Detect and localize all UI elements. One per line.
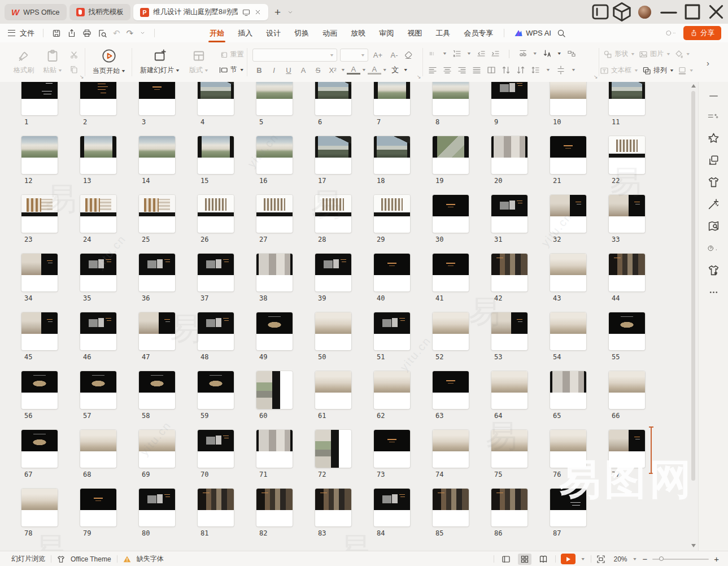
wps-ai-button[interactable]: WPS AI (508, 29, 557, 38)
present-mode-icon[interactable] (242, 8, 251, 17)
sidebar-toggle-icon[interactable] (590, 0, 611, 24)
distribute-text-icon[interactable] (487, 66, 496, 75)
slide-thumbnail[interactable]: 42 (491, 254, 528, 291)
export-icon[interactable] (67, 29, 76, 38)
phonetic-guide-button[interactable]: 文 (389, 65, 402, 75)
slide-thumbnail[interactable]: 62 (374, 371, 410, 409)
slide-thumbnail[interactable]: 28 (315, 195, 351, 233)
slide-thumbnail[interactable]: 41 (433, 254, 469, 291)
slide-thumbnail[interactable]: 46 (80, 312, 116, 350)
mapsearch-icon[interactable] (708, 220, 720, 232)
slide-sorter-canvas[interactable]: 1234567891011121314151617181920212223242… (0, 82, 698, 551)
scrollbar-thumb[interactable] (691, 91, 695, 481)
tab-member[interactable]: 会员专享 (457, 24, 500, 42)
char-spacing-button[interactable]: A (297, 66, 310, 75)
share-button[interactable]: 分享 (683, 26, 721, 40)
slide-thumbnail[interactable]: 15 (198, 136, 234, 174)
zoom-slider[interactable] (652, 559, 709, 560)
slide-thumbnail[interactable]: 38 (256, 254, 293, 291)
copy-icon[interactable] (69, 65, 79, 74)
slide-sorter-view-button[interactable] (518, 554, 531, 565)
slide-thumbnail[interactable]: 58 (139, 371, 175, 409)
bullet-list-icon[interactable] (428, 49, 437, 58)
slide-thumbnail[interactable]: 64 (491, 371, 528, 409)
slide-thumbnail[interactable]: 13 (80, 136, 116, 174)
quickbar-chevron-icon[interactable] (140, 30, 146, 36)
missing-font-label[interactable]: 缺失字体 (137, 554, 164, 564)
slide-thumbnail[interactable]: 10 (550, 82, 586, 115)
slide-thumbnail[interactable]: 34 (21, 254, 58, 291)
normal-view-button[interactable] (499, 554, 513, 565)
slide-thumbnail[interactable]: 27 (256, 195, 293, 233)
play-from-current-button[interactable]: 当页开始▼ (88, 42, 130, 82)
slide-thumbnail[interactable]: 83 (315, 489, 351, 526)
shirt-icon[interactable] (708, 176, 720, 188)
reading-view-button[interactable] (537, 554, 550, 565)
bold-button[interactable]: B (252, 66, 266, 75)
slide-thumbnail[interactable]: 59 (198, 371, 234, 409)
slide-thumbnail[interactable]: 6 (315, 82, 351, 115)
document-tab[interactable]: P 维几设计 湖山庭别墅8#别墅设 (133, 4, 268, 20)
underline-button[interactable]: U (282, 66, 295, 75)
vertical-text-icon[interactable] (543, 49, 552, 58)
font-name-select[interactable]: ▼ (252, 49, 337, 62)
slide-thumbnail[interactable]: 24 (80, 195, 116, 233)
slide-thumbnail[interactable]: 76 (550, 430, 586, 468)
theme-name[interactable]: Office Theme (71, 555, 111, 563)
slide-thumbnail[interactable]: 77 (609, 430, 645, 468)
help-icon[interactable] (708, 242, 720, 254)
slide-thumbnail[interactable]: 3 (139, 82, 175, 115)
slide-thumbnail[interactable]: 26 (198, 195, 234, 233)
slide-thumbnail[interactable]: 50 (315, 312, 351, 350)
slide-thumbnail[interactable]: 78 (21, 489, 58, 526)
tab-home[interactable]: 开始 (203, 24, 231, 42)
slide-thumbnail[interactable]: 55 (609, 312, 645, 350)
slide-thumbnail[interactable]: 54 (550, 312, 586, 350)
shapes-button[interactable]: 形状▼ (603, 49, 635, 59)
cut-icon[interactable] (69, 50, 79, 59)
scroll-down-icon[interactable] (691, 544, 696, 547)
textbox-button[interactable]: 文本框▼ (600, 66, 639, 75)
app-tab-wps-home[interactable]: W WPS Office (5, 4, 67, 20)
zoom-out-button[interactable]: − (642, 554, 647, 564)
search-icon[interactable] (557, 29, 566, 38)
slide-thumbnail[interactable]: 14 (139, 136, 175, 174)
cloud-sync-icon[interactable] (666, 28, 677, 38)
minimize-button[interactable] (657, 0, 681, 24)
slide-thumbnail[interactable]: 37 (198, 254, 234, 291)
avatar[interactable] (638, 6, 651, 19)
paste-button[interactable]: 粘贴▼ (38, 42, 67, 82)
sliders-icon[interactable] (708, 110, 720, 122)
slide-thumbnail[interactable]: 87 (550, 489, 586, 526)
slide-thumbnail[interactable]: 45 (21, 312, 58, 350)
slide-thumbnail[interactable]: 56 (21, 371, 58, 409)
slide-thumbnail[interactable]: 20 (491, 136, 528, 174)
slide-thumbnail[interactable]: 47 (139, 312, 175, 350)
sidebar-collapse-handle[interactable] (709, 95, 718, 97)
slide-thumbnail[interactable]: 75 (491, 430, 528, 468)
line-spacing-icon[interactable] (531, 66, 540, 75)
numbered-list-icon[interactable] (452, 49, 461, 58)
slide-thumbnail[interactable]: 49 (256, 312, 293, 350)
tab-slideshow[interactable]: 放映 (344, 24, 372, 42)
picture-button[interactable]: 图片▼ (639, 49, 671, 59)
format-painter-button[interactable]: 格式刷 (9, 42, 38, 82)
reset-button[interactable]: 重置 (219, 50, 245, 59)
redo-icon[interactable]: ↷ (127, 29, 134, 37)
slide-thumbnail[interactable]: 18 (374, 136, 410, 174)
slide-thumbnail[interactable]: 1 (21, 82, 58, 115)
fit-screen-icon[interactable] (596, 555, 605, 564)
superscript-button[interactable]: X² (326, 66, 339, 75)
slide-thumbnail[interactable]: 7 (374, 82, 410, 115)
decrease-indent-icon[interactable] (477, 49, 486, 58)
slide-thumbnail[interactable]: 8 (433, 82, 469, 115)
zoom-chevron[interactable]: ▼ (633, 557, 638, 561)
slide-thumbnail[interactable]: 25 (139, 195, 175, 233)
slide-thumbnail[interactable]: 48 (198, 312, 234, 350)
new-tab-button[interactable]: + (271, 4, 284, 20)
play-options-chevron[interactable]: ▼ (581, 557, 586, 561)
slide-thumbnail[interactable]: 32 (550, 195, 586, 233)
print-icon[interactable] (82, 29, 91, 38)
wand-icon[interactable] (708, 198, 720, 210)
zoom-slider-knob[interactable] (659, 556, 664, 561)
